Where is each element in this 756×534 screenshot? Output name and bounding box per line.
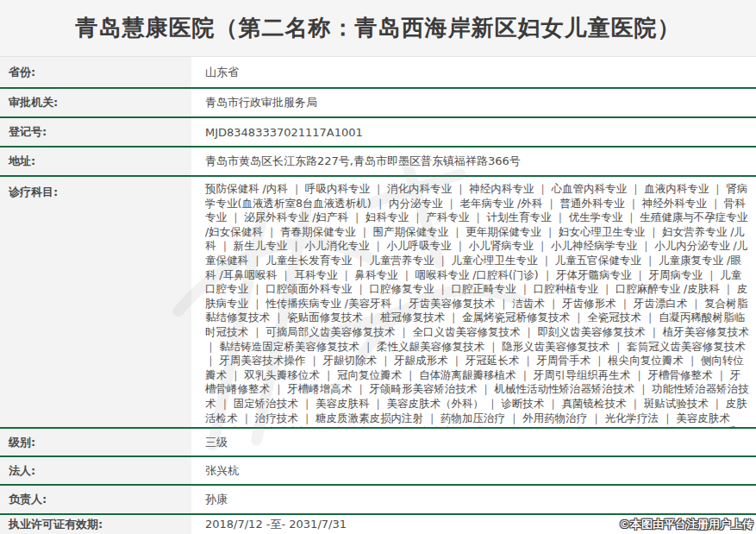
row-approval-authority-label: 审批机关:	[0, 89, 191, 116]
row-address-value: 青岛市黄岛区长江东路227号,青岛市即墨区普东镇福祥路366号	[191, 148, 756, 175]
row-registration-number: 登记号: MJD83483337021117A1001	[0, 118, 756, 148]
row-registration-number-value: MJD83483337021117A1001	[191, 118, 756, 146]
page-title: 青岛慧康医院（第二名称：青岛西海岸新区妇女儿童医院）	[76, 13, 681, 43]
row-level-value: 三级	[191, 429, 756, 455]
row-address: 地址: 青岛市黄岛区长江东路227号,青岛市即墨区普东镇福祥路366号	[0, 148, 756, 177]
row-person-in-charge-value: 孙康	[191, 486, 756, 513]
row-registration-number-label: 登记号:	[0, 118, 191, 146]
image-credit: ©本图由平台注册用户上传	[619, 517, 753, 532]
row-legal-person-value: 张兴杭	[191, 457, 756, 484]
row-license-validity-label: 执业许可证有效期:	[0, 515, 191, 534]
row-province-label: 省份:	[0, 57, 191, 87]
row-departments-label: 诊疗科目:	[0, 177, 191, 427]
row-person-in-charge-label: 负责人:	[0, 486, 191, 513]
row-departments-value: 预防保健科 /内科 ｜ 呼吸内科专业 ｜ 消化内科专业 ｜ 神经内科专业 ｜ 心…	[191, 177, 756, 427]
row-province: 省份: 山东省	[0, 57, 756, 89]
row-legal-person-label: 法人:	[0, 457, 191, 484]
row-level-label: 级别:	[0, 429, 191, 455]
row-legal-person: 法人: 张兴杭	[0, 457, 756, 486]
info-table: 省份: 山东省 审批机关: 青岛市行政审批服务局 登记号: MJD8348333…	[0, 57, 756, 534]
page-header: 青岛慧康医院（第二名称：青岛西海岸新区妇女儿童医院）	[0, 0, 756, 57]
row-approval-authority: 审批机关: 青岛市行政审批服务局	[0, 89, 756, 118]
row-departments: 诊疗科目: 预防保健科 /内科 ｜ 呼吸内科专业 ｜ 消化内科专业 ｜ 神经内科…	[0, 177, 756, 429]
row-province-value: 山东省	[191, 57, 756, 87]
row-address-label: 地址:	[0, 148, 191, 175]
row-person-in-charge: 负责人: 孙康	[0, 486, 756, 515]
row-approval-authority-value: 青岛市行政审批服务局	[191, 89, 756, 116]
row-level: 级别: 三级	[0, 429, 756, 457]
